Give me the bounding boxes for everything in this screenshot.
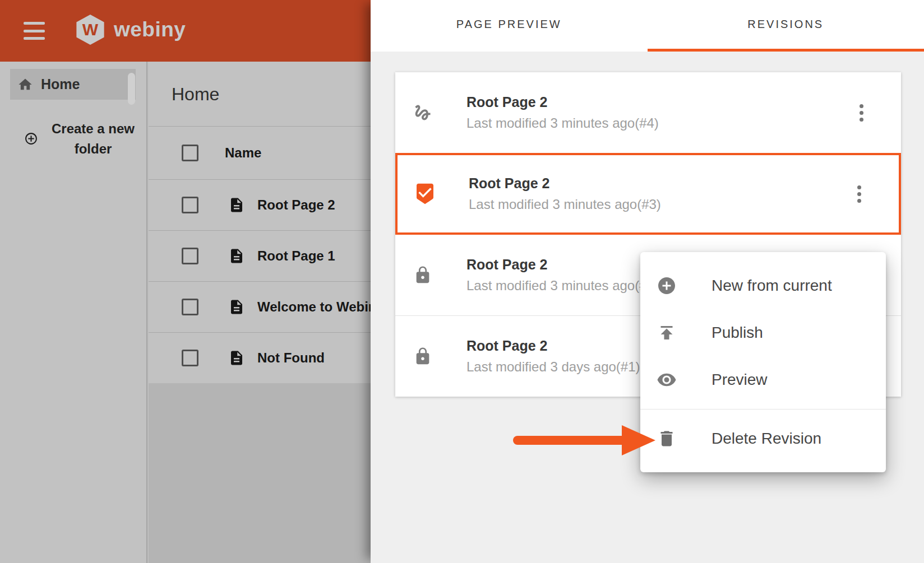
revision-subtitle: Last modified 3 minutes ago(#4) [466, 115, 659, 131]
menu-item-label: Preview [712, 371, 768, 389]
eye-icon [657, 370, 677, 390]
table-row[interactable]: Root Page 1 [149, 230, 371, 281]
app-header: W webiny [0, 0, 372, 62]
empty-area [149, 383, 371, 563]
menu-item-delete-revision[interactable]: Delete Revision [640, 415, 886, 462]
add-circle-icon [657, 276, 677, 296]
drawer-tabs: PAGE PREVIEW REVISIONS [371, 0, 924, 52]
page-document-icon [228, 197, 245, 213]
webiny-logo: W webiny [75, 13, 186, 46]
sidebar-item-create-folder[interactable]: Create a new folder [0, 106, 140, 171]
tab-revisions[interactable]: REVISIONS [648, 0, 924, 52]
select-all-checkbox[interactable] [182, 145, 198, 161]
menu-item-label: Delete Revision [712, 430, 821, 448]
revision-item-selected[interactable]: Root Page 2 Last modified 3 minutes ago(… [395, 153, 901, 235]
table-header-row: Name [149, 126, 371, 179]
row-checkbox[interactable] [182, 350, 198, 366]
sidebar-item-home[interactable]: Home [10, 69, 136, 100]
webiny-hexagon-icon: W [75, 13, 106, 46]
table-row[interactable]: Root Page 2 [149, 179, 371, 230]
hamburger-menu-icon[interactable] [24, 22, 45, 40]
table-row[interactable]: Welcome to Webiny [149, 281, 371, 332]
row-checkbox[interactable] [182, 197, 198, 213]
add-circle-outline-icon [24, 132, 38, 146]
menu-item-preview[interactable]: Preview [640, 356, 886, 403]
menu-item-label: Publish [712, 324, 763, 342]
published-shield-icon [414, 183, 436, 205]
gesture-draft-icon [412, 103, 434, 123]
menu-item-new-from-current[interactable]: New from current [640, 262, 886, 309]
column-header-name: Name [225, 145, 261, 161]
app-name: webiny [114, 18, 186, 41]
logo-letter: W [75, 13, 106, 46]
revision-subtitle: Last modified 3 minutes ago(#3) [469, 197, 661, 212]
locked-icon [412, 266, 434, 285]
revision-subtitle: Last modified 3 minutes ago(#2) [466, 278, 659, 294]
sidebar-item-label: Create a new folder [46, 119, 140, 159]
revision-item[interactable]: Root Page 2 Last modified 3 minutes ago(… [395, 72, 901, 153]
pointer-arrow-icon [507, 421, 659, 459]
revision-title: Root Page 2 [466, 94, 659, 110]
more-vert-icon[interactable] [854, 101, 868, 124]
menu-divider [640, 409, 886, 410]
page-document-icon [228, 299, 245, 315]
row-checkbox[interactable] [182, 248, 198, 264]
page-title: Home [172, 84, 219, 105]
sidebar-item-label: Home [41, 76, 80, 92]
more-vert-icon[interactable] [852, 183, 866, 205]
webiny-page-builder: W webiny Home Create a new folder Home N… [0, 0, 924, 563]
page-document-icon [228, 248, 245, 264]
locked-icon [412, 347, 434, 366]
page-name: Not Found [257, 350, 325, 366]
revision-title: Root Page 2 [466, 338, 640, 354]
publish-icon [657, 323, 677, 343]
revision-title: Root Page 2 [466, 257, 659, 273]
table-row[interactable]: Not Found [149, 332, 371, 383]
pages-list-panel: Home Name Root Page 2 Root Page 1 Welcom… [149, 62, 371, 563]
row-checkbox[interactable] [182, 299, 198, 315]
page-name: Root Page 2 [257, 197, 335, 213]
page-document-icon [228, 350, 245, 366]
sidebar-scrollbar-thumb[interactable] [128, 73, 135, 105]
menu-item-label: New from current [712, 277, 832, 295]
folders-sidebar: Home Create a new folder [0, 62, 147, 563]
tab-page-preview[interactable]: PAGE PREVIEW [371, 0, 648, 52]
trash-icon [657, 429, 677, 449]
page-name: Root Page 1 [257, 248, 335, 264]
revision-context-menu: New from current Publish Preview Delete … [640, 252, 886, 472]
home-icon [17, 77, 33, 92]
page-name: Welcome to Webiny [257, 299, 371, 315]
menu-item-publish[interactable]: Publish [640, 309, 886, 356]
revision-title: Root Page 2 [469, 175, 661, 192]
revision-subtitle: Last modified 3 days ago(#1) [466, 359, 640, 375]
